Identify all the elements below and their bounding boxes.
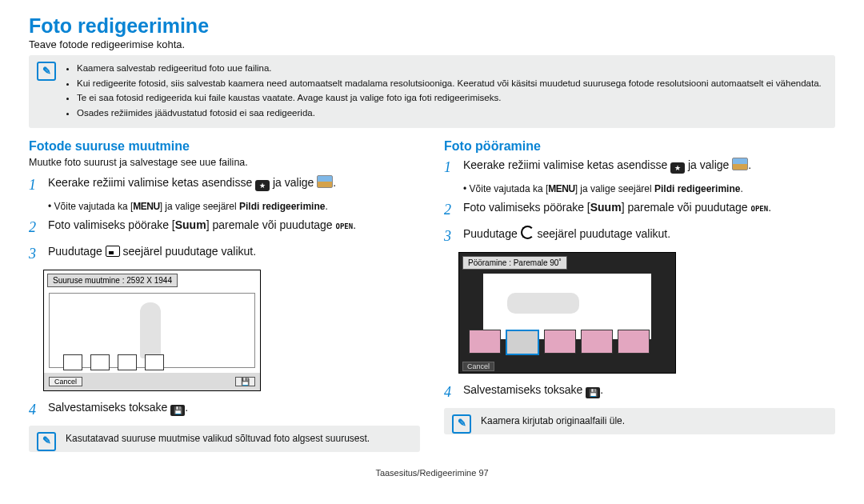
save-icon: 💾 — [170, 405, 185, 416]
thumb-preview — [469, 330, 501, 354]
step-hint: Võite vajutada ka [MENU] ja valige seejä… — [463, 183, 835, 194]
step-number: 3 — [444, 226, 457, 247]
mode-star-icon: ★ — [255, 180, 270, 191]
resize-tool-icon — [106, 246, 120, 257]
step-3: 3 Puudutage seejärel puudutage valikut. — [444, 226, 835, 247]
cancel-button[interactable]: Cancel — [49, 377, 82, 386]
step-text: Keerake režiimi valimise ketas asendisse — [48, 176, 255, 189]
note-item: Osades režiimides jäädvustatud fotosid e… — [77, 106, 826, 120]
thumb-preview — [581, 330, 613, 354]
thumb-preview — [618, 330, 650, 354]
menu-glyph-icon: MENU — [548, 183, 574, 194]
note-item: Kaamera salvestab redigeeritud foto uue … — [77, 62, 826, 75]
step-number: 4 — [444, 382, 457, 403]
step-1: 1 Keerake režiimi valimise ketas asendis… — [444, 157, 835, 178]
note-item: Te ei saa fotosid redigeerida kui faile … — [77, 91, 826, 105]
step-number: 3 — [29, 243, 42, 265]
note-icon: ✎ — [37, 62, 56, 81]
step-number: 1 — [444, 157, 457, 178]
page-intro: Teave fotode redigeerimise kohta. — [29, 38, 835, 50]
page-footer: Taasesitus/Redigeerimine 97 — [29, 468, 835, 478]
thumb-size-icon: ◪ — [118, 354, 137, 370]
thumb-size-icon: ▣ — [90, 354, 110, 370]
edit-picture-icon — [732, 158, 748, 170]
mode-star-icon: ★ — [670, 162, 685, 174]
save-button[interactable]: 💾 — [235, 377, 255, 386]
edit-picture-icon — [317, 175, 333, 188]
note-item: Kui redigeerite fotosid, siis salvestab … — [77, 77, 826, 90]
step-1: 1 Keerake režiimi valimise ketas asendis… — [29, 174, 420, 196]
screenshot-resize: Suuruse muutmine : 2592 X 1944 ◧ ▣ ◪ ◩ C… — [43, 270, 261, 391]
section-sub: Muutke foto suurust ja salvestage see uu… — [29, 157, 420, 168]
step-4: 4 Salvestamiseks toksake 💾. — [29, 399, 420, 421]
step-3: 3 Puudutage seejärel puudutage valikut. — [29, 243, 420, 265]
step-number: 4 — [29, 399, 42, 421]
step-text: Keerake režiimi valimise ketas asendisse — [463, 158, 670, 171]
page-title: Foto redigeerimine — [29, 14, 835, 38]
thumb-size-icon: ◧ — [63, 354, 82, 370]
thumb-preview-selected — [506, 330, 539, 355]
section-heading-resize: Fotode suuruse muutmine — [29, 139, 420, 154]
cancel-button[interactable]: Cancel — [462, 362, 494, 371]
thumb-size-icon: ◩ — [145, 354, 164, 370]
save-icon: 💾 — [586, 387, 600, 398]
step-2: 2 Foto valimiseks pöörake [Suum] paremal… — [29, 217, 420, 238]
step-hint: Võite vajutada ka [MENU] ja valige seejä… — [48, 201, 420, 212]
rotate-tool-icon — [521, 226, 534, 239]
step-number: 2 — [29, 217, 42, 238]
step-2: 2 Foto valimiseks pöörake [Suum] paremal… — [444, 199, 835, 221]
step-text: ja valige — [273, 176, 317, 189]
thumb-preview — [544, 330, 576, 354]
step-number: 2 — [444, 199, 457, 221]
note-icon: ✎ — [37, 432, 56, 451]
step-number: 1 — [29, 174, 42, 196]
footnote-box: ✎ Kasutatavad suuruse muutmise valikud s… — [29, 426, 420, 452]
screenshot-rotate: Pööramine : Paremale 90˚ Cancel — [458, 252, 676, 374]
menu-glyph-icon: MENU — [133, 201, 159, 212]
step-4: 4 Salvestamiseks toksake 💾. — [444, 382, 835, 403]
section-heading-rotate: Foto pööramine — [444, 139, 835, 154]
note-icon: ✎ — [452, 414, 471, 434]
info-note-box: ✎ Kaamera salvestab redigeeritud foto uu… — [29, 55, 835, 128]
step-text: ja valige — [688, 158, 732, 171]
footnote-box: ✎ Kaamera kirjutab originaalfaili üle. — [444, 408, 835, 434]
screenshot-label: Pööramine : Paremale 90˚ — [462, 256, 567, 270]
screenshot-label: Suuruse muutmine : 2592 X 1944 — [47, 274, 178, 287]
